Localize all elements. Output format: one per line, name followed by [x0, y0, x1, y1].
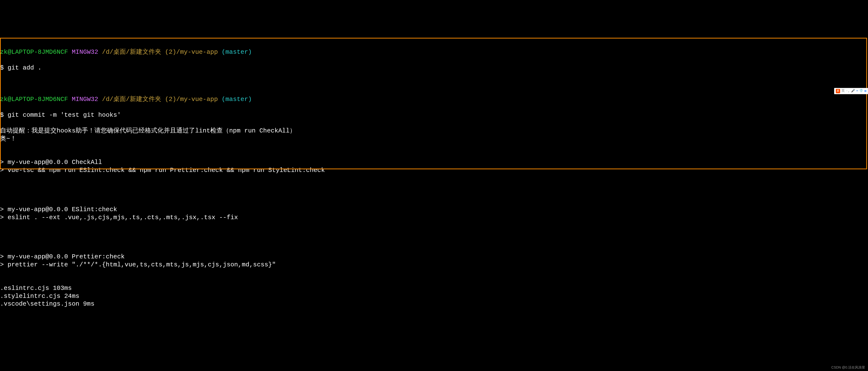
skin-icon[interactable]: 👕 [859, 89, 863, 93]
git-branch: (master) [221, 49, 252, 56]
blank-line [0, 80, 868, 88]
command-line-1: $ git add . [0, 64, 868, 72]
prompt-line-2: zk@LAPTOP-8JMD6NCF MINGW32 /d/桌面/新建文件夹 (… [0, 95, 868, 103]
microphone-icon[interactable]: 🎤 [851, 89, 855, 93]
toolbox-icon[interactable]: ▦ [864, 89, 866, 93]
npm-script-checkall-cmd: > vue-tsc && npm run ESlint:check && npm… [0, 166, 325, 174]
cwd-path: /d/桌面/新建文件夹 (2)/my-vue-app [102, 96, 218, 103]
npm-script-eslint-header: > my-vue-app@0.0.0 ESlint:check [0, 206, 117, 213]
user-host: zk@LAPTOP-8JMD6NCF [0, 49, 68, 56]
git-add-command: git add . [7, 64, 41, 71]
shell-env: MINGW32 [72, 49, 98, 56]
blank-line [0, 174, 868, 182]
git-commit-command: git commit -m 'test git hooks' [7, 112, 121, 119]
blank-line [0, 221, 868, 229]
prompt-symbol: $ [0, 64, 4, 71]
prompt-line-1: zk@LAPTOP-8JMD6NCF MINGW32 /d/桌面/新建文件夹 (… [0, 48, 868, 56]
npm-script-eslint-cmd: > eslint . --ext .vue,.js,cjs,mjs,.ts,.c… [0, 214, 238, 221]
ime-separator: ·, [846, 89, 850, 93]
prettier-file-1: .eslintrc.cjs 103ms [0, 284, 72, 292]
blank-line [0, 143, 868, 151]
command-line-2: $ git commit -m 'test git hooks' [0, 111, 868, 119]
git-branch: (master) [221, 96, 252, 103]
blank-line [0, 269, 868, 277]
prettier-file-3: .vscode\settings.json 9ms [0, 300, 94, 308]
hook-message-line1: 自动提醒：我是提交hooks助手！请您确保代码已经格式化并且通过了lint检查（… [0, 127, 296, 134]
npm-script-prettier-header: > my-vue-app@0.0.0 Prettier:check [0, 253, 125, 260]
npm-script-prettier-cmd: > prettier --write "./**/*.{html,vue,ts,… [0, 261, 276, 268]
prettier-file-2: .stylelintrc.cjs 24ms [0, 292, 80, 300]
hook-message-line2: 奥~！ [0, 135, 17, 143]
blank-line [0, 190, 868, 198]
blank-line [0, 237, 868, 245]
user-host: zk@LAPTOP-8JMD6NCF [0, 96, 68, 103]
sogou-ime-logo-icon[interactable]: S [836, 89, 840, 93]
keyboard-icon[interactable]: ⌨ [856, 89, 858, 93]
prompt-symbol: $ [0, 112, 4, 119]
npm-script-checkall-header: > my-vue-app@0.0.0 CheckAll [0, 159, 102, 166]
ime-toolbar[interactable]: S 英 ·, 🎤 ⌨ 👕 ▦ [834, 88, 868, 94]
cwd-path: /d/桌面/新建文件夹 (2)/my-vue-app [102, 49, 218, 56]
shell-env: MINGW32 [72, 96, 98, 103]
terminal-output[interactable]: zk@LAPTOP-8JMD6NCF MINGW32 /d/桌面/新建文件夹 (… [0, 32, 868, 308]
csdn-watermark: CSDN @0.活在风浪里 [831, 365, 865, 370]
ime-language-label[interactable]: 英 [841, 89, 845, 93]
